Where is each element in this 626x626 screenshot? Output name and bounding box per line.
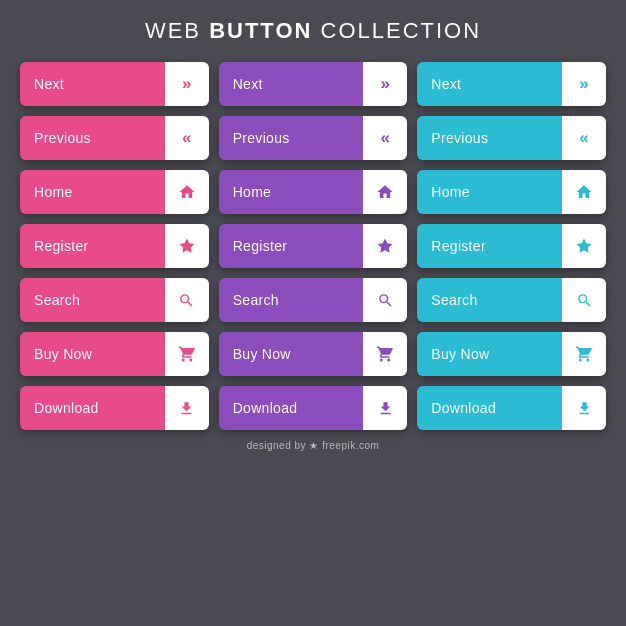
btn-label-next: Next — [417, 62, 562, 106]
home-icon — [562, 170, 606, 214]
btn-label-register: Register — [219, 224, 364, 268]
btn-next-teal[interactable]: Next» — [417, 62, 606, 106]
btn-label-search: Search — [417, 278, 562, 322]
star-icon — [363, 224, 407, 268]
btn-next-purple[interactable]: Next» — [219, 62, 408, 106]
btn-buy-now-purple[interactable]: Buy Now — [219, 332, 408, 376]
btn-label-previous: Previous — [219, 116, 364, 160]
btn-register-purple[interactable]: Register — [219, 224, 408, 268]
btn-label-buy-now: Buy Now — [20, 332, 165, 376]
btn-search-teal[interactable]: Search — [417, 278, 606, 322]
btn-label-download: Download — [219, 386, 364, 430]
btn-register-teal[interactable]: Register — [417, 224, 606, 268]
double-chevron-left-icon: « — [363, 116, 407, 160]
home-icon — [165, 170, 209, 214]
search-icon — [165, 278, 209, 322]
home-icon — [363, 170, 407, 214]
cart-icon — [165, 332, 209, 376]
btn-label-register: Register — [20, 224, 165, 268]
btn-previous-teal[interactable]: Previous« — [417, 116, 606, 160]
btn-label-home: Home — [219, 170, 364, 214]
cart-icon — [562, 332, 606, 376]
btn-label-next: Next — [219, 62, 364, 106]
double-chevron-right-icon: » — [363, 62, 407, 106]
btn-label-search: Search — [219, 278, 364, 322]
btn-buy-now-pink[interactable]: Buy Now — [20, 332, 209, 376]
btn-home-pink[interactable]: Home — [20, 170, 209, 214]
btn-label-register: Register — [417, 224, 562, 268]
double-chevron-left-icon: « — [165, 116, 209, 160]
btn-label-buy-now: Buy Now — [417, 332, 562, 376]
btn-register-pink[interactable]: Register — [20, 224, 209, 268]
btn-previous-pink[interactable]: Previous« — [20, 116, 209, 160]
double-chevron-left-icon: « — [562, 116, 606, 160]
download-icon — [363, 386, 407, 430]
btn-download-purple[interactable]: Download — [219, 386, 408, 430]
btn-label-previous: Previous — [417, 116, 562, 160]
btn-buy-now-teal[interactable]: Buy Now — [417, 332, 606, 376]
btn-label-search: Search — [20, 278, 165, 322]
btn-download-teal[interactable]: Download — [417, 386, 606, 430]
double-chevron-right-icon: » — [562, 62, 606, 106]
download-icon — [562, 386, 606, 430]
btn-label-buy-now: Buy Now — [219, 332, 364, 376]
btn-search-pink[interactable]: Search — [20, 278, 209, 322]
star-icon — [562, 224, 606, 268]
btn-label-home: Home — [20, 170, 165, 214]
page-title: WEB BUTTON COLLECTION — [145, 18, 481, 44]
double-chevron-right-icon: » — [165, 62, 209, 106]
btn-search-purple[interactable]: Search — [219, 278, 408, 322]
btn-label-download: Download — [20, 386, 165, 430]
star-icon — [165, 224, 209, 268]
btn-previous-purple[interactable]: Previous« — [219, 116, 408, 160]
btn-label-next: Next — [20, 62, 165, 106]
search-icon — [363, 278, 407, 322]
btn-label-previous: Previous — [20, 116, 165, 160]
btn-next-pink[interactable]: Next» — [20, 62, 209, 106]
footer: designed by ★ freepik.com — [247, 440, 380, 451]
btn-home-teal[interactable]: Home — [417, 170, 606, 214]
btn-label-home: Home — [417, 170, 562, 214]
btn-download-pink[interactable]: Download — [20, 386, 209, 430]
cart-icon — [363, 332, 407, 376]
download-icon — [165, 386, 209, 430]
search-icon — [562, 278, 606, 322]
button-grid: Next»Next»Next»Previous«Previous«Previou… — [20, 62, 606, 430]
btn-home-purple[interactable]: Home — [219, 170, 408, 214]
btn-label-download: Download — [417, 386, 562, 430]
